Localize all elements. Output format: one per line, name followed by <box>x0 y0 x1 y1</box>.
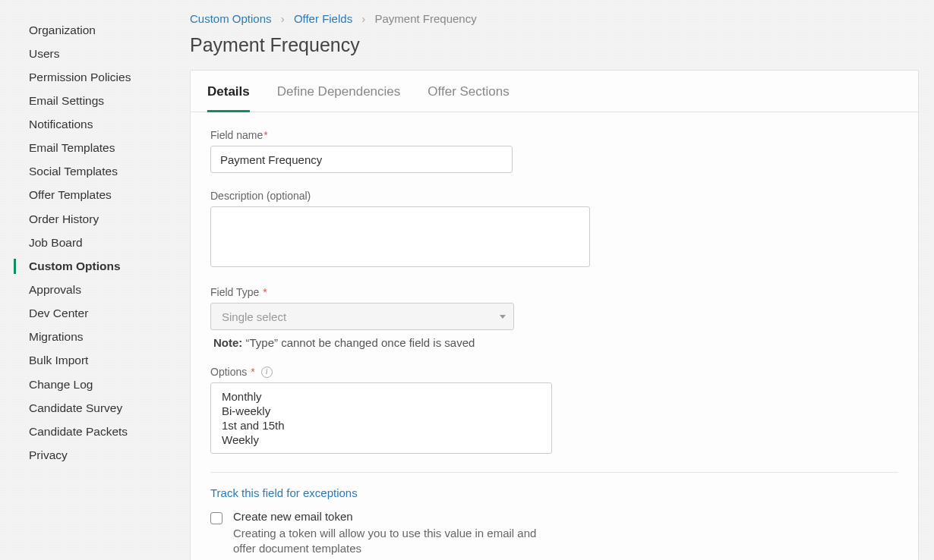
create-token-row: Create new email token Creating a token … <box>210 510 898 557</box>
label-text: Field name <box>210 129 263 141</box>
sidebar-item-candidate-survey[interactable]: Candidate Survey <box>0 396 188 420</box>
tab-define-dependencies[interactable]: Define Dependencies <box>277 71 401 112</box>
sidebar-item-change-log[interactable]: Change Log <box>0 373 188 396</box>
note-prefix: Note: <box>213 336 242 349</box>
required-asterisk: * <box>251 366 254 378</box>
sidebar-item-privacy[interactable]: Privacy <box>0 444 188 467</box>
chevron-down-icon <box>500 315 506 319</box>
options-box[interactable]: MonthlyBi-weekly1st and 15thWeekly <box>210 382 552 454</box>
sidebar-item-job-board[interactable]: Job Board <box>0 231 188 254</box>
sidebar-item-permission-policies[interactable]: Permission Policies <box>0 65 188 89</box>
field-type-group: Field Type * Single select Note: “Type” … <box>210 286 898 349</box>
field-type-label: Field Type * <box>210 286 898 298</box>
track-exceptions-link[interactable]: Track this field for exceptions <box>210 486 358 499</box>
sidebar-item-social-templates[interactable]: Social Templates <box>0 160 188 184</box>
sidebar-item-bulk-import[interactable]: Bulk Import <box>0 349 188 373</box>
create-token-label: Create new email token <box>233 510 537 523</box>
required-asterisk: * <box>263 286 267 298</box>
field-type-note: Note: “Type” cannot be changed once fiel… <box>210 336 898 349</box>
breadcrumb-link-custom-options[interactable]: Custom Options <box>190 12 272 25</box>
sidebar-item-users[interactable]: Users <box>0 42 188 65</box>
label-text: Options <box>210 366 247 378</box>
sidebar-item-candidate-packets[interactable]: Candidate Packets <box>0 420 188 443</box>
breadcrumb-current: Payment Frequency <box>374 12 476 25</box>
field-type-select[interactable]: Single select <box>210 303 514 330</box>
chevron-right-icon: › <box>281 12 285 25</box>
create-token-checkbox[interactable] <box>210 512 222 524</box>
info-icon[interactable]: i <box>261 367 273 378</box>
sidebar-item-offer-templates[interactable]: Offer Templates <box>0 184 188 207</box>
option-item: Monthly <box>222 389 541 404</box>
sidebar-item-email-settings[interactable]: Email Settings <box>0 89 188 112</box>
panel-body: Field name* Description (optional) Field… <box>191 112 918 560</box>
option-item: Bi-weekly <box>222 404 541 418</box>
options-group: Options * i MonthlyBi-weekly1st and 15th… <box>210 366 898 454</box>
tab-offer-sections[interactable]: Offer Sections <box>428 71 509 112</box>
chevron-right-icon: › <box>361 12 365 25</box>
sidebar-item-notifications[interactable]: Notifications <box>0 113 188 137</box>
create-token-description: Creating a token will allow you to use t… <box>233 526 537 557</box>
field-name-group: Field name* <box>210 129 898 173</box>
options-label: Options * <box>210 366 255 378</box>
description-textarea[interactable] <box>210 206 590 267</box>
sidebar-item-approvals[interactable]: Approvals <box>0 278 188 302</box>
divider <box>210 472 898 473</box>
sidebar-item-migrations[interactable]: Migrations <box>0 326 188 349</box>
description-label: Description (optional) <box>210 190 898 202</box>
sidebar-item-custom-options[interactable]: Custom Options <box>0 254 188 278</box>
required-asterisk: * <box>263 129 267 141</box>
page-title: Payment Frequency <box>190 34 919 56</box>
breadcrumb-link-offer-fields[interactable]: Offer Fields <box>294 12 352 25</box>
sidebar-item-organization[interactable]: Organization <box>0 18 188 42</box>
field-type-value: Single select <box>222 310 286 323</box>
label-text: Field Type <box>210 286 259 298</box>
breadcrumb: Custom Options › Offer Fields › Payment … <box>190 12 919 25</box>
sidebar-item-email-templates[interactable]: Email Templates <box>0 137 188 160</box>
field-name-input[interactable] <box>210 146 513 173</box>
sidebar: OrganizationUsersPermission PoliciesEmai… <box>0 0 188 560</box>
field-name-label: Field name* <box>210 129 898 141</box>
sidebar-item-dev-center[interactable]: Dev Center <box>0 302 188 326</box>
note-text: “Type” cannot be changed once field is s… <box>246 336 475 349</box>
tabs: DetailsDefine DependenciesOffer Sections <box>191 71 918 112</box>
panel: DetailsDefine DependenciesOffer Sections… <box>190 70 919 560</box>
sidebar-item-order-history[interactable]: Order History <box>0 207 188 231</box>
main-content: Custom Options › Offer Fields › Payment … <box>188 0 934 560</box>
tab-details[interactable]: Details <box>207 71 250 112</box>
option-item: 1st and 15th <box>222 418 541 433</box>
option-item: Weekly <box>222 433 541 447</box>
description-group: Description (optional) <box>210 190 898 269</box>
